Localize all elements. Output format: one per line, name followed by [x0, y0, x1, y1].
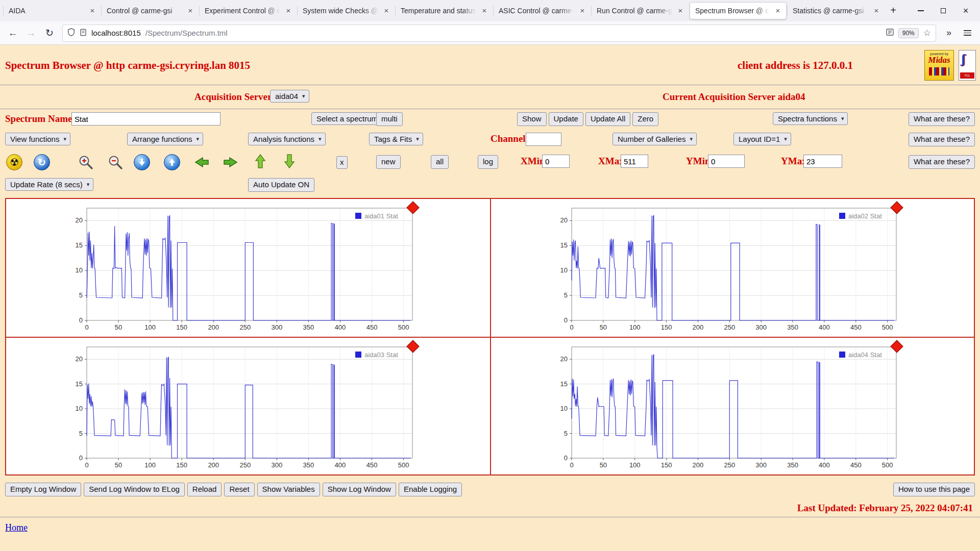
page-info-icon[interactable]: [80, 29, 87, 38]
update-rate-dropdown[interactable]: Update Rate (8 secs) ▾: [5, 178, 93, 191]
tab-experiment-control[interactable]: Experiment Control @ c ×: [200, 2, 297, 19]
acquisition-server-select[interactable]: aida04 ▾: [270, 90, 309, 103]
send-log-to-elog-button[interactable]: Send Log Window to ELog: [84, 483, 185, 496]
home-link[interactable]: Home: [5, 522, 28, 533]
app-menu-button[interactable]: [959, 24, 976, 42]
window-minimize-button[interactable]: [910, 0, 932, 21]
svg-text:350: 350: [303, 461, 314, 469]
tab-close-icon[interactable]: ×: [185, 6, 195, 16]
zoom-in-button[interactable]: [77, 153, 95, 171]
tab-close-icon[interactable]: ×: [479, 6, 489, 16]
number-of-galleries-dropdown[interactable]: Number of Galleries ▾: [612, 133, 697, 145]
chart-panel-aida01[interactable]: 05010015020025030035040045050005101520ai…: [6, 199, 490, 337]
tab-close-icon[interactable]: ×: [675, 6, 685, 16]
shield-icon[interactable]: [67, 28, 75, 38]
xmin-input[interactable]: [542, 155, 570, 168]
pan-down-icon: [283, 154, 296, 169]
svg-text:250: 250: [239, 323, 251, 331]
what-are-these-button-3[interactable]: What are these?: [909, 155, 975, 169]
svg-text:450: 450: [850, 461, 862, 469]
arrange-functions-dropdown[interactable]: Arrange functions ▾: [127, 133, 203, 145]
midas-logo-text: Midas: [925, 56, 953, 65]
svg-text:0: 0: [79, 454, 83, 462]
tab-spectrum-browser[interactable]: Spectrum Browser @ ca ×: [690, 2, 787, 19]
chart-panel-aida02[interactable]: 05010015020025030035040045050005101520ai…: [490, 199, 974, 337]
midas-logo[interactable]: powered by Midas: [924, 50, 954, 81]
ymin-input[interactable]: [708, 155, 745, 168]
analysis-functions-dropdown[interactable]: Analysis functions ▾: [248, 133, 326, 145]
tcl-logo[interactable]: ʃ TCL POWERED: [959, 50, 976, 81]
pan-left-button[interactable]: [192, 153, 211, 171]
reader-mode-icon[interactable]: [886, 29, 894, 37]
show-log-window-button[interactable]: Show Log Window: [323, 483, 396, 496]
all-button[interactable]: all: [431, 155, 449, 169]
log-controls-row: Empty Log Window Send Log Window to ELog…: [5, 483, 975, 496]
empty-log-window-button[interactable]: Empty Log Window: [5, 483, 81, 496]
reload-button[interactable]: ↻: [41, 24, 58, 42]
window-close-button[interactable]: ×: [954, 0, 977, 21]
tab-run-control[interactable]: Run Control @ carme-g ×: [592, 2, 689, 19]
new-tab-button[interactable]: +: [885, 3, 901, 19]
back-button[interactable]: ←: [4, 24, 21, 42]
log-button[interactable]: log: [478, 155, 498, 169]
ymax-input[interactable]: [803, 155, 842, 168]
layout-id-dropdown[interactable]: Layout ID=1 ▾: [733, 133, 791, 145]
tab-close-icon[interactable]: ×: [381, 6, 391, 16]
what-are-these-button-1[interactable]: What are these?: [909, 112, 975, 126]
update-button[interactable]: Update: [549, 112, 583, 126]
reset-button[interactable]: Reset: [224, 483, 254, 496]
auto-update-button[interactable]: Auto Update ON: [248, 178, 314, 192]
forward-button[interactable]: →: [22, 24, 40, 42]
tab-statistics[interactable]: Statistics @ carme-gsi ×: [788, 2, 885, 19]
tab-close-icon[interactable]: ×: [773, 6, 783, 16]
bookmark-star-icon[interactable]: ☆: [923, 28, 931, 38]
radiation-button[interactable]: ☢: [5, 153, 23, 171]
chart-panel-aida04[interactable]: 05010015020025030035040045050005101520ai…: [490, 337, 974, 474]
pan-right-button[interactable]: [222, 153, 240, 171]
y-compress-button[interactable]: [133, 153, 151, 171]
what-are-these-button-2[interactable]: What are these?: [909, 133, 975, 146]
channel-input[interactable]: [526, 133, 561, 146]
y-expand-button[interactable]: [163, 153, 181, 171]
spectrum-name-input[interactable]: [71, 112, 220, 126]
show-button[interactable]: Show: [517, 112, 547, 126]
view-functions-dropdown[interactable]: View functions ▾: [5, 133, 70, 145]
tab-close-icon[interactable]: ×: [577, 6, 587, 16]
reload-page-button[interactable]: Reload: [187, 483, 222, 496]
tab-control[interactable]: Control @ carme-gsi ×: [102, 2, 199, 19]
tab-close-icon[interactable]: ×: [871, 6, 881, 16]
enable-logging-button[interactable]: Enable Logging: [399, 483, 462, 496]
tab-close-icon[interactable]: ×: [87, 6, 97, 16]
toolbar-overflow-icon[interactable]: »: [940, 24, 958, 42]
window-maximize-button[interactable]: [932, 0, 954, 21]
x-button[interactable]: x: [336, 156, 348, 169]
svg-text:400: 400: [335, 323, 346, 331]
tab-close-icon[interactable]: ×: [283, 6, 293, 16]
show-variables-button[interactable]: Show Variables: [257, 483, 320, 496]
zoom-level-badge[interactable]: 90%: [898, 28, 919, 38]
svg-text:0: 0: [564, 454, 568, 462]
tab-aida[interactable]: AIDA ×: [4, 2, 101, 19]
zoom-out-button[interactable]: [106, 153, 125, 171]
url-bar[interactable]: localhost:8015/Spectrum/Spectrum.tml 90%…: [62, 24, 936, 42]
how-to-use-button[interactable]: How to use this page: [893, 483, 975, 496]
update-all-button[interactable]: Update All: [585, 112, 630, 126]
tab-temperature-status[interactable]: Temperature and status ×: [396, 2, 493, 19]
layout-id-value: Layout ID=1: [739, 135, 780, 143]
spectra-functions-dropdown[interactable]: Spectra functions ▾: [773, 112, 848, 125]
new-button[interactable]: new: [376, 155, 401, 169]
xmax-input[interactable]: [621, 155, 648, 168]
tab-system-checks[interactable]: System wide Checks @ ×: [298, 2, 395, 19]
refresh-button[interactable]: ↻: [33, 153, 51, 171]
tags-fits-dropdown[interactable]: Tags & Fits ▾: [369, 133, 423, 145]
svg-text:15: 15: [560, 241, 568, 249]
pan-up-button[interactable]: [251, 152, 270, 170]
zero-button[interactable]: Zero: [632, 112, 658, 126]
tab-asic-control[interactable]: ASIC Control @ carme-g ×: [494, 2, 591, 19]
chart-panel-aida03[interactable]: 05010015020025030035040045050005101520ai…: [6, 337, 490, 474]
svg-text:aida02 Stat: aida02 Stat: [848, 212, 882, 220]
multi-button[interactable]: multi: [376, 112, 403, 126]
pan-down-button[interactable]: [280, 152, 299, 170]
controls-row-1: Spectrum Name: Select a spectrum ▾ multi…: [0, 109, 980, 130]
svg-text:20: 20: [76, 216, 83, 224]
